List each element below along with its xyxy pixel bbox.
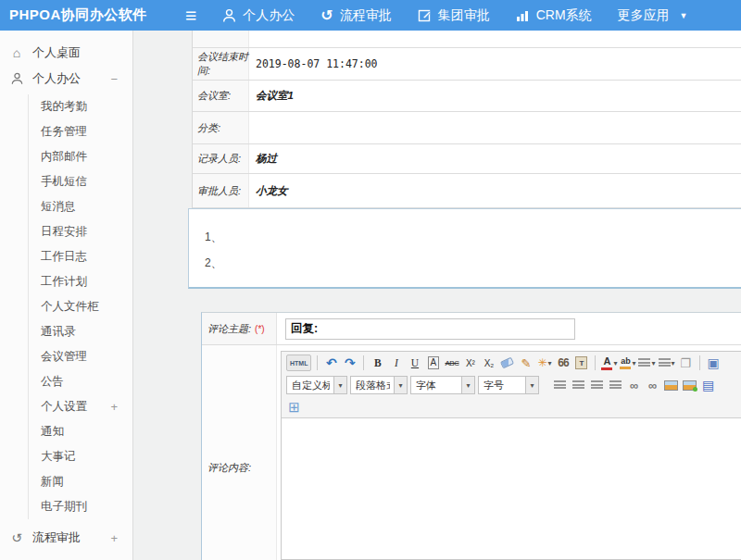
sidebar-item-sms[interactable]: 手机短信 — [29, 169, 132, 194]
menu-icon[interactable]: ≡ — [185, 6, 196, 25]
bold-icon[interactable]: B — [370, 355, 385, 371]
font-color-icon[interactable]: A▾ — [601, 355, 617, 371]
html-source-button[interactable]: HTML — [286, 355, 311, 371]
blockquote-icon[interactable]: 66 — [555, 355, 571, 371]
sidebar-item-events[interactable]: 大事记 — [29, 444, 132, 469]
chevron-down-icon: ▾ — [333, 377, 346, 393]
sidebar-item-work-log[interactable]: 工作日志 — [29, 244, 132, 269]
field-label: 会议结束时间: — [193, 48, 249, 80]
insert-media-icon[interactable]: ▤ — [700, 377, 716, 393]
strikethrough-icon[interactable]: ABC — [444, 355, 459, 371]
chevron-down-icon: ▾ — [394, 377, 407, 393]
sidebar-item-schedule[interactable]: 日程安排 — [29, 219, 132, 244]
align-justify-icon[interactable] — [608, 377, 623, 393]
sidebar-item-label: 内部邮件 — [41, 149, 87, 165]
insert-image-icon[interactable] — [663, 377, 679, 393]
edit-icon — [418, 8, 432, 22]
nav-crm[interactable]: CRM系统 — [503, 0, 605, 31]
nav-label: CRM系统 — [536, 7, 592, 24]
sidebar-item-announcements[interactable]: 公告 — [29, 369, 132, 394]
topbar: PHPOA协同办公软件 ≡ 个人办公 ↺ 流程审批 集团审批 CRM系统 更多应… — [0, 0, 741, 31]
align-right-icon[interactable] — [589, 377, 605, 393]
font-family-select[interactable]: 字体▾ — [410, 376, 475, 394]
autoformat-icon[interactable]: ✳▾ — [536, 355, 552, 371]
sidebar-item-internal-mail[interactable]: 内部邮件 — [29, 144, 132, 169]
sidebar-item-personal-office[interactable]: 个人办公 − — [0, 66, 132, 92]
ordered-list-icon[interactable]: ▾ — [638, 355, 655, 371]
sidebar-item-label: 会议管理 — [41, 349, 87, 365]
chevron-down-icon: ▾ — [525, 377, 538, 393]
approver: 小龙女 — [249, 174, 741, 207]
highlight-color-icon[interactable]: ab▾ — [620, 355, 635, 371]
comment-subject-input[interactable] — [285, 318, 575, 340]
minutes-line: 2、 — [205, 250, 741, 276]
sidebar-item-tasks[interactable]: 任务管理 — [29, 119, 132, 144]
collapse-icon[interactable]: − — [110, 72, 118, 86]
sidebar-item-short-message[interactable]: 短消息 — [29, 194, 132, 219]
person-icon — [9, 72, 24, 85]
new-page-icon[interactable]: ❐ — [678, 355, 694, 371]
nav-group-approval[interactable]: 集团审批 — [405, 0, 503, 31]
table-row: 会议结束时间: 2019-08-07 11:47:00 — [193, 48, 741, 81]
upload-image-icon[interactable] — [682, 377, 697, 393]
expand-icon[interactable]: + — [110, 400, 118, 414]
comment-subject-label: 评论主题: (*) — [202, 313, 277, 344]
redo-icon[interactable]: ↷ — [342, 355, 358, 371]
sidebar-item-label: 个人办公 — [32, 70, 81, 87]
nav-label: 集团审批 — [438, 7, 490, 24]
sidebar-item-label: 手机短信 — [41, 174, 87, 190]
italic-icon[interactable]: I — [388, 355, 404, 371]
sidebar-item-e-journal[interactable]: 电子期刊 — [29, 494, 132, 519]
sidebar-item-meetings[interactable]: 会议管理 — [29, 344, 132, 369]
nav-personal-office[interactable]: 个人办公 — [209, 0, 308, 31]
meeting-end-time: 2019-08-07 11:47:00 — [249, 48, 741, 80]
sidebar-item-label: 个人设置 — [41, 399, 87, 415]
fullscreen-icon[interactable]: ▣ — [706, 355, 722, 371]
sidebar-item-work-plan[interactable]: 工作计划 — [29, 269, 132, 294]
editor-toolbar-row1: HTML ↶ ↷ B I U A ABC X² X₂ ✎ ✳▾ 66 T — [282, 352, 741, 373]
format-brush-icon[interactable]: ✎ — [518, 355, 534, 371]
sidebar-item-notices[interactable]: 通知 — [29, 419, 132, 444]
sidebar-item-attendance[interactable]: 我的考勤 — [29, 94, 132, 119]
rich-text-editor: HTML ↶ ↷ B I U A ABC X² X₂ ✎ ✳▾ 66 T — [281, 351, 741, 560]
char-border-icon[interactable]: A — [428, 356, 440, 369]
sidebar-item-label: 工作日志 — [41, 249, 87, 265]
unordered-list-icon[interactable]: ▾ — [659, 355, 675, 371]
underline-icon[interactable]: U — [407, 355, 422, 371]
paste-icon[interactable]: T — [573, 355, 589, 371]
sidebar-item-label: 工作计划 — [41, 274, 87, 290]
editor-toolbar-row3: ⊞ — [282, 396, 741, 417]
table-row: 分类: — [193, 112, 741, 144]
eraser-icon[interactable] — [499, 355, 515, 371]
table-row: 记录人员: 杨过 — [193, 144, 741, 174]
sidebar-item-personal-settings[interactable]: 个人设置 + — [29, 394, 132, 419]
remove-link-icon[interactable]: ∞ — [645, 377, 660, 393]
custom-heading-select[interactable]: 自定义标题▾ — [286, 376, 347, 394]
font-size-select[interactable]: 字号▾ — [478, 376, 539, 394]
sidebar-item-desktop[interactable]: ⌂ 个人桌面 — [0, 40, 132, 66]
align-left-icon[interactable] — [552, 377, 568, 393]
superscript-icon[interactable]: X² — [462, 355, 478, 371]
undo-icon[interactable]: ↶ — [323, 355, 339, 371]
align-center-icon[interactable] — [571, 377, 586, 393]
comment-content-label: 评论内容: — [202, 345, 277, 560]
insert-link-icon[interactable]: ∞ — [626, 377, 642, 393]
sidebar-item-news[interactable]: 新闻 — [29, 469, 132, 494]
history-icon: ↺ — [9, 530, 24, 545]
sidebar-submenu: 我的考勤 任务管理 内部邮件 手机短信 短消息 日程安排 工作日志 工作计划 个… — [28, 94, 132, 519]
sidebar-item-label: 日程安排 — [41, 224, 87, 240]
nav-more-apps[interactable]: 更多应用 ▼ — [605, 0, 701, 31]
sidebar-item-label: 通讯录 — [41, 324, 76, 340]
subscript-icon[interactable]: X₂ — [481, 355, 496, 371]
sidebar-item-workflow-approval[interactable]: ↺ 流程审批 + — [0, 525, 132, 551]
expand-icon[interactable]: + — [110, 531, 118, 545]
sidebar-item-contacts[interactable]: 通讯录 — [29, 319, 132, 344]
editor-content-area[interactable] — [282, 417, 741, 559]
paragraph-format-select[interactable]: 段落格式▾ — [350, 376, 408, 394]
table-row: 会议室: 会议室1 — [193, 81, 741, 112]
sidebar-item-file-cabinet[interactable]: 个人文件柜 — [29, 294, 132, 319]
nav-workflow-approval[interactable]: ↺ 流程审批 — [308, 0, 404, 31]
field-label: 记录人员: — [193, 144, 249, 173]
insert-table-icon[interactable]: ⊞ — [286, 399, 302, 416]
person-icon — [222, 8, 236, 23]
